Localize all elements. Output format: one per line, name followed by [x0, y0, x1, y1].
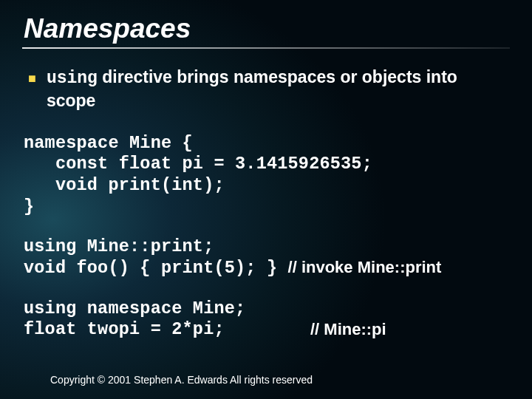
bullet-item: ■ using directive brings namespaces or o… — [28, 66, 510, 112]
title-underline — [22, 47, 510, 49]
code-line-using-print: using Mine::print; — [24, 236, 510, 258]
comment-invoke: // invoke Mine::print — [288, 258, 442, 277]
code-block-using-namespace: using namespace Mine; float twopi = 2*pi… — [24, 299, 510, 341]
bullet-rest: directive brings namespaces or objects i… — [47, 67, 457, 110]
code-block-using-print: using Mine::print; void foo() { print(5)… — [24, 236, 510, 279]
code-block-namespace: namespace Mine { const float pi = 3.1415… — [24, 133, 510, 218]
slide-title: Namespaces — [24, 13, 510, 44]
comment-mine-pi: // Mine::pi — [310, 320, 386, 339]
bullet-text: using directive brings namespaces or obj… — [47, 66, 510, 112]
bullet-square-icon: ■ — [28, 70, 36, 87]
code-lines-twopi: using namespace Mine; float twopi = 2*pi… — [24, 299, 304, 341]
bullet-code-word: using — [47, 69, 98, 88]
slide-container: Namespaces ■ using directive brings name… — [0, 0, 532, 399]
code-line-foo: void foo() { print(5); } — [24, 258, 288, 279]
copyright-text: Copyright © 2001 Stephen A. Edwards All … — [50, 374, 313, 386]
